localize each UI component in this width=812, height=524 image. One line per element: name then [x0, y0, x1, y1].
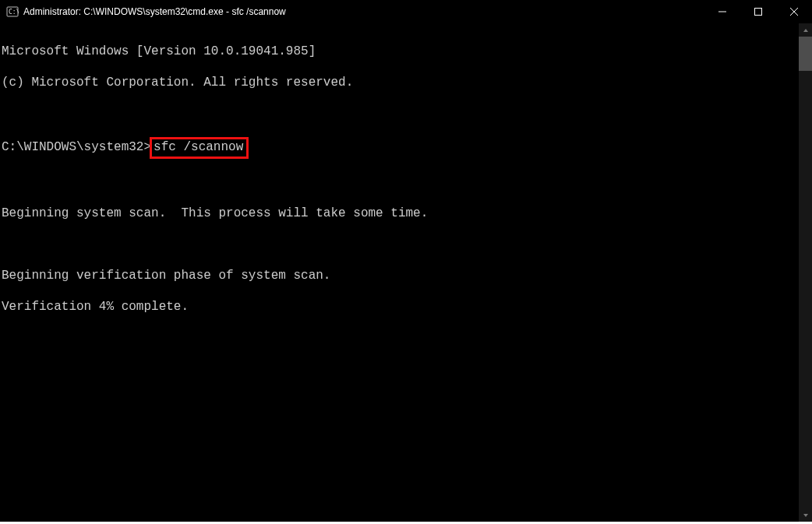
version-line: Microsoft Windows [Version 10.0.19041.98… [2, 44, 799, 59]
blank-line-2 [2, 174, 799, 190]
scroll-up-arrow-icon[interactable] [799, 23, 812, 37]
blank-line-3 [2, 237, 799, 252]
client-area: Microsoft Windows [Version 10.0.19041.98… [0, 23, 812, 522]
progress-line: Verification 4% complete. [2, 299, 799, 315]
cmd-window: C:\ Administrator: C:\WINDOWS\system32\c… [0, 0, 812, 524]
minimize-button[interactable] [704, 0, 740, 23]
blank-line-1 [2, 106, 799, 121]
prompt-path: C:\WINDOWS\system32> [2, 140, 151, 154]
command-highlight: sfc /scannow [150, 137, 249, 159]
svg-rect-2 [755, 9, 762, 16]
begin-scan-line: Beginning system scan. This process will… [2, 206, 799, 221]
window-title: Administrator: C:\WINDOWS\system32\cmd.e… [23, 6, 286, 17]
cmd-icon: C:\ [6, 5, 19, 18]
terminal-output[interactable]: Microsoft Windows [Version 10.0.19041.98… [0, 23, 799, 522]
close-button[interactable] [776, 0, 812, 23]
scroll-down-arrow-icon[interactable] [799, 508, 812, 522]
copyright-line: (c) Microsoft Corporation. All rights re… [2, 75, 799, 90]
titlebar[interactable]: C:\ Administrator: C:\WINDOWS\system32\c… [0, 0, 812, 23]
begin-verify-line: Beginning verification phase of system s… [2, 268, 799, 283]
scrollbar-thumb[interactable] [799, 37, 812, 71]
svg-text:C:\: C:\ [9, 9, 19, 16]
prompt-line: C:\WINDOWS\system32>sfc /scannow [2, 137, 799, 159]
maximize-button[interactable] [740, 0, 776, 23]
vertical-scrollbar[interactable] [799, 23, 812, 522]
window-controls [704, 0, 812, 23]
